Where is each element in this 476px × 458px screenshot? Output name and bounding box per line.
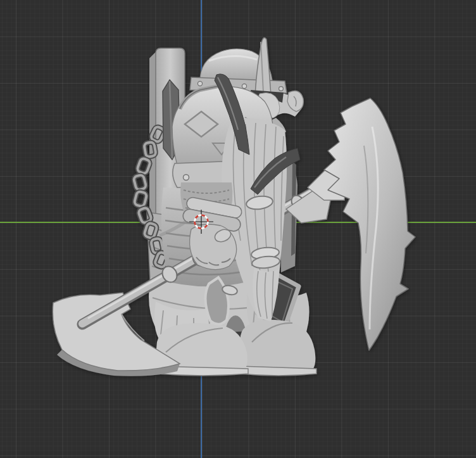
viewport-3d[interactable]: [0, 0, 476, 458]
viewport-overlay: [0, 0, 476, 458]
model-dwarf-miniature[interactable]: [53, 37, 415, 376]
helmet: [190, 37, 287, 95]
